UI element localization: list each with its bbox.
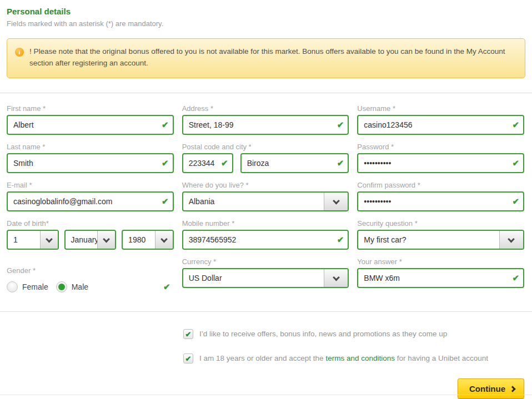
continue-button[interactable]: Continue bbox=[458, 378, 524, 399]
security-question-value: My first car? bbox=[358, 231, 499, 249]
last-name-input[interactable] bbox=[7, 153, 174, 173]
currency-select[interactable]: US Dollar bbox=[182, 268, 349, 288]
field-security-question: Security question * My first car? bbox=[357, 219, 524, 250]
offers-agreement-text: I’d like to receive offers, bonus info, … bbox=[199, 330, 447, 338]
gender-label: Gender * bbox=[7, 266, 174, 275]
chevron-down-icon[interactable] bbox=[499, 231, 523, 249]
personal-details-form: First name * ✔ Address * ✔ Username * ✔ … bbox=[0, 93, 532, 300]
username-input[interactable] bbox=[357, 115, 524, 135]
country-select[interactable]: Albania bbox=[182, 191, 349, 211]
mobile-label: Mobile number * bbox=[182, 219, 349, 228]
dob-day-value: 1 bbox=[8, 231, 40, 249]
password-input[interactable] bbox=[357, 153, 524, 173]
page-header: Personal details Fields marked with an a… bbox=[0, 0, 532, 28]
field-gender: Gender * Female Male ✔ bbox=[7, 266, 174, 292]
field-country: Where do you live? * Albania bbox=[182, 181, 349, 211]
chevron-down-icon[interactable] bbox=[97, 231, 115, 249]
first-name-label: First name * bbox=[7, 104, 174, 113]
chevron-down-icon[interactable] bbox=[155, 231, 173, 249]
bonus-notice-banner: i ! Please note that the original bonus … bbox=[7, 38, 525, 78]
dob-year-value: 1980 bbox=[123, 231, 155, 249]
postal-code-input[interactable] bbox=[182, 153, 233, 173]
security-question-select[interactable]: My first car? bbox=[357, 230, 524, 250]
dob-month-select[interactable]: January bbox=[64, 230, 117, 250]
your-answer-input[interactable] bbox=[357, 268, 524, 288]
field-address: Address * ✔ bbox=[182, 104, 349, 135]
field-email: E-mail * ✔ bbox=[7, 181, 174, 211]
field-username: Username * ✔ bbox=[357, 104, 524, 135]
chevron-down-icon[interactable] bbox=[40, 231, 58, 249]
dob-day-select[interactable]: 1 bbox=[7, 230, 59, 250]
field-first-name: First name * ✔ bbox=[7, 104, 174, 135]
offers-agreement-row: ✔ I’d like to receive offers, bonus info… bbox=[183, 330, 532, 339]
chevron-right-icon bbox=[509, 386, 515, 392]
confirm-password-input[interactable] bbox=[357, 191, 524, 211]
field-date-of-birth: Date of birth* 1 January 1980 bbox=[7, 219, 174, 250]
agreements-section: ✔ I’d like to receive offers, bonus info… bbox=[0, 312, 532, 363]
country-selected-value: Albania bbox=[183, 193, 324, 210]
address-input[interactable] bbox=[182, 115, 349, 135]
username-label: Username * bbox=[357, 104, 524, 113]
last-name-label: Last name * bbox=[7, 143, 174, 151]
your-answer-label: Your answer * bbox=[357, 257, 524, 266]
field-postal-city: Postal code and city * ✔ ✔ bbox=[182, 143, 349, 173]
checkmark-icon: ✔ bbox=[185, 331, 192, 338]
page-bottom-divider bbox=[0, 395, 532, 395]
field-your-answer: Your answer * ✔ bbox=[357, 257, 524, 292]
dob-year-select[interactable]: 1980 bbox=[122, 230, 174, 250]
age-text-before: I am 18 years or older and accept the bbox=[199, 354, 325, 362]
field-currency: Currency * US Dollar bbox=[182, 257, 349, 292]
security-question-label: Security question * bbox=[357, 219, 524, 228]
age-checkbox[interactable]: ✔ bbox=[183, 353, 193, 363]
field-confirm-password: Confirm password * ✔ bbox=[357, 181, 524, 211]
bonus-notice-text: ! Please note that the original bonus of… bbox=[29, 46, 516, 69]
dob-month-value: January bbox=[66, 231, 98, 249]
email-label: E-mail * bbox=[7, 181, 174, 189]
age-agreement-text: I am 18 years or older and accept the te… bbox=[199, 354, 488, 362]
password-label: Password * bbox=[357, 143, 524, 151]
dob-label: Date of birth* bbox=[7, 219, 174, 228]
form-actions: Continue bbox=[0, 378, 532, 399]
gender-male-radio[interactable] bbox=[56, 281, 67, 292]
age-text-after: for having a Unibet account bbox=[395, 354, 488, 362]
info-icon: i bbox=[15, 48, 24, 57]
gender-male-label: Male bbox=[72, 282, 88, 291]
field-password: Password * ✔ bbox=[357, 143, 524, 173]
confirm-password-label: Confirm password * bbox=[357, 181, 524, 189]
postal-city-label: Postal code and city * bbox=[182, 143, 349, 151]
valid-check-icon: ✔ bbox=[163, 282, 170, 292]
field-last-name: Last name * ✔ bbox=[7, 143, 174, 173]
city-input[interactable] bbox=[240, 153, 349, 173]
field-mobile-number: Mobile number * ✔ bbox=[182, 219, 349, 250]
currency-label: Currency * bbox=[182, 257, 349, 266]
checkmark-icon: ✔ bbox=[185, 355, 192, 362]
gender-female-label: Female bbox=[22, 282, 48, 291]
chevron-down-icon[interactable] bbox=[324, 193, 348, 210]
age-agreement-row: ✔ I am 18 years or older and accept the … bbox=[183, 354, 532, 363]
country-label: Where do you live? * bbox=[182, 181, 349, 189]
continue-button-label: Continue bbox=[469, 384, 505, 393]
address-label: Address * bbox=[182, 104, 349, 113]
offers-checkbox[interactable]: ✔ bbox=[183, 329, 193, 339]
mandatory-fields-note: Fields marked with an asterisk (*) are m… bbox=[7, 19, 525, 28]
terms-and-conditions-link[interactable]: terms and conditions bbox=[325, 354, 395, 362]
chevron-down-icon[interactable] bbox=[324, 269, 348, 287]
page-title: Personal details bbox=[7, 7, 525, 16]
gender-female-radio[interactable] bbox=[7, 281, 18, 292]
currency-selected-value: US Dollar bbox=[183, 269, 324, 287]
email-input[interactable] bbox=[7, 191, 174, 211]
first-name-input[interactable] bbox=[7, 115, 174, 135]
mobile-number-input[interactable] bbox=[182, 230, 349, 250]
registration-page: Personal details Fields marked with an a… bbox=[0, 0, 532, 399]
